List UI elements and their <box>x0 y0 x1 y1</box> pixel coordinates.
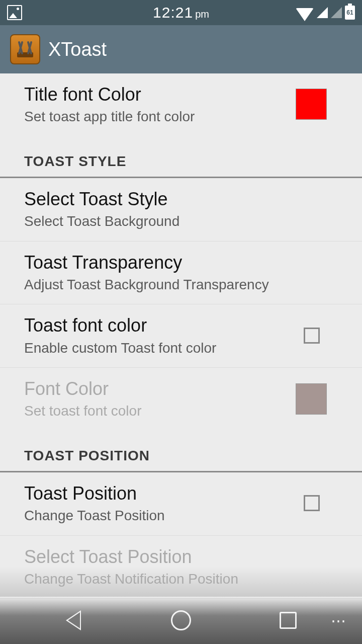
signal-icon <box>317 7 328 18</box>
status-right: 61 <box>296 6 355 20</box>
color-swatch <box>296 383 327 415</box>
nav-more-icon[interactable]: ⋯ <box>331 612 347 629</box>
wifi-icon <box>296 8 314 21</box>
row-title: Title font Color <box>24 84 286 105</box>
nav-recent-button[interactable] <box>273 605 303 635</box>
row-select-toast-style[interactable]: Select Toast Style Select Toast Backgrou… <box>0 178 362 242</box>
color-swatch[interactable] <box>296 89 327 120</box>
row-title: Toast Position <box>24 482 294 504</box>
checkbox[interactable] <box>304 328 320 344</box>
row-toast-font-color-enable[interactable]: Toast font color Enable custom Toast fon… <box>0 304 362 368</box>
nav-home-button[interactable] <box>166 605 196 635</box>
status-clock: 12:21 pm <box>153 4 209 21</box>
row-title: Font Color <box>24 378 286 399</box>
row-sub: Enable custom Toast font color <box>24 340 294 357</box>
settings-content[interactable]: Title font Color Set toast app title fon… <box>0 73 362 599</box>
app-icon <box>10 34 40 64</box>
row-select-toast-position: Select Toast Position Change Toast Notif… <box>0 536 362 599</box>
checkbox[interactable] <box>304 495 320 511</box>
status-bar: 12:21 pm 61 <box>0 0 362 25</box>
row-toast-transparency[interactable]: Toast Transparency Adjust Toast Backgrou… <box>0 242 362 305</box>
row-title: Toast font color <box>24 314 294 336</box>
nav-bar: ⋯ <box>0 597 362 644</box>
row-sub: Change Toast Position <box>24 507 294 524</box>
row-sub: Set toast font color <box>24 403 286 420</box>
row-sub: Set toast app title font color <box>24 108 286 125</box>
nav-back-button[interactable] <box>59 605 89 635</box>
status-left <box>7 5 22 20</box>
section-toast-position: TOAST POSITION <box>0 431 362 472</box>
picture-icon <box>7 5 22 20</box>
battery-icon: 61 <box>345 6 355 20</box>
row-toast-position-enable[interactable]: Toast Position Change Toast Position <box>0 472 362 536</box>
clock-time: 12:21 <box>153 4 193 21</box>
app-bar: XToast <box>0 25 362 73</box>
signal-icon-2 <box>331 7 342 18</box>
clock-ampm: pm <box>195 9 209 20</box>
row-title: Select Toast Style <box>24 188 337 210</box>
row-sub: Change Toast Notification Position <box>24 571 337 588</box>
row-font-color: Font Color Set toast font color <box>0 368 362 431</box>
section-toast-style: TOAST STYLE <box>0 136 362 178</box>
app-title: XToast <box>48 39 107 60</box>
battery-level: 61 <box>346 9 353 16</box>
row-sub: Select Toast Background <box>24 213 337 230</box>
row-title: Select Toast Position <box>24 546 337 568</box>
row-sub: Adjust Toast Background Transparency <box>24 276 337 293</box>
row-title: Toast Transparency <box>24 252 337 273</box>
row-title-font-color[interactable]: Title font Color Set toast app title fon… <box>0 73 362 136</box>
